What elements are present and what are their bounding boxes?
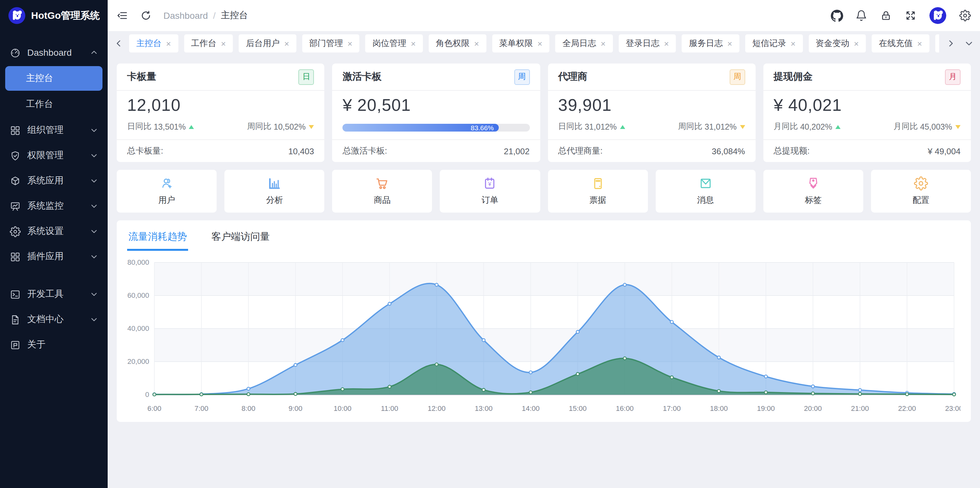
sidebar-item-workbench[interactable]: 工作台: [5, 92, 102, 117]
page-tab[interactable]: 工作台×: [184, 34, 233, 52]
sidebar-item-dev-tools[interactable]: 开发工具: [5, 282, 102, 307]
bell-icon[interactable]: [856, 10, 867, 21]
period-badge-day: 日: [299, 69, 314, 85]
page-tabs: 主控台× 工作台× 后台用户× 部门管理× 岗位管理× 角色权限× 菜单权限× …: [129, 34, 939, 52]
tag-icon: [806, 176, 821, 190]
svg-text:80,000: 80,000: [127, 258, 149, 266]
sidebar-item-about[interactable]: 关于: [5, 333, 102, 357]
page-tab[interactable]: 服务日志×: [682, 34, 740, 52]
sidebar-item-console[interactable]: 主控台: [5, 66, 102, 91]
shield-check-icon: [10, 150, 21, 161]
shortcut-label: 配置: [913, 195, 929, 206]
close-icon[interactable]: ×: [854, 39, 859, 48]
gear-icon[interactable]: [959, 10, 971, 21]
sidebar-item-org-mgmt[interactable]: 组织管理: [5, 118, 102, 143]
shortcut-products[interactable]: 商品: [332, 170, 432, 212]
stat-card-title: 卡板量: [127, 71, 156, 83]
metric-month-yoy: 月同比 40,202%: [774, 121, 841, 132]
shortcut-label: 标签: [805, 195, 822, 206]
sidebar-item-permission-mgmt[interactable]: 权限管理: [5, 143, 102, 168]
close-icon[interactable]: ×: [601, 39, 605, 48]
close-icon[interactable]: ×: [664, 39, 669, 48]
sidebar-item-dashboard[interactable]: Dashboard: [5, 40, 102, 65]
sidebar-item-label: 系统监控: [27, 200, 64, 212]
menu-fold-icon[interactable]: [117, 10, 129, 21]
chart-tabs: 流量消耗趋势 客户端访问量: [127, 228, 961, 251]
chevron-down-icon: [90, 127, 98, 134]
page-tab[interactable]: 短信记录×: [745, 34, 803, 52]
tab-traffic-trend[interactable]: 流量消耗趋势: [127, 228, 188, 251]
app-logo-row[interactable]: HotGo管理系统: [0, 0, 108, 30]
tabs-scroll-left-icon[interactable]: [114, 39, 123, 48]
sidebar-item-label: 权限管理: [27, 150, 64, 162]
close-icon[interactable]: ×: [474, 39, 479, 48]
close-icon[interactable]: ×: [791, 39, 795, 48]
shortcut-tags[interactable]: 标签: [764, 170, 863, 212]
page-tab[interactable]: 菜单权限×: [492, 34, 549, 52]
fullscreen-icon[interactable]: [905, 10, 916, 21]
close-icon[interactable]: ×: [917, 39, 922, 48]
shortcut-label: 订单: [482, 195, 498, 206]
page-tab[interactable]: 主控台×: [129, 34, 178, 52]
github-icon[interactable]: [831, 10, 843, 21]
sidebar-item-doc-center[interactable]: 文档中心: [5, 307, 102, 332]
gear-icon: [10, 226, 21, 237]
close-icon[interactable]: ×: [537, 39, 542, 48]
stat-footer-value: 36,084%: [712, 146, 745, 156]
stat-card-title: 代理商: [558, 71, 587, 83]
page-tab[interactable]: 在线充值×: [872, 34, 929, 52]
tabs-scroll-right-icon[interactable]: [946, 39, 955, 48]
main-area: Dashboard / 主控台: [108, 0, 980, 488]
shortcut-analysis[interactable]: 分析: [224, 170, 324, 212]
svg-text:9:00: 9:00: [289, 404, 302, 412]
page-tab[interactable]: 岗位管理×: [366, 34, 423, 52]
metric-week-yoy: 周同比 31,012%: [678, 121, 745, 132]
close-icon[interactable]: ×: [166, 39, 171, 48]
chevron-down-icon: [90, 152, 98, 159]
grid-icon: [10, 251, 21, 262]
page-tab[interactable]: 角色权限×: [429, 34, 486, 52]
shortcut-messages[interactable]: 消息: [655, 170, 755, 212]
sidebar-item-system-settings[interactable]: 系统设置: [5, 219, 102, 244]
close-icon[interactable]: ×: [727, 39, 732, 48]
stat-footer-label: 总激活卡板:: [343, 145, 387, 157]
app-window: HotGo管理系统 Dashboard 主控台 工作台 组织管理: [0, 0, 980, 488]
period-badge-month: 月: [945, 69, 961, 85]
refresh-icon[interactable]: [140, 10, 152, 21]
shortcut-users[interactable]: 用户: [117, 170, 216, 212]
page-tab[interactable]: 登录日志×: [619, 34, 676, 52]
user-avatar[interactable]: [929, 7, 946, 24]
close-icon[interactable]: ×: [348, 39, 353, 48]
close-icon[interactable]: ×: [284, 39, 289, 48]
stat-footer-value: ¥ 49,004: [928, 146, 961, 156]
lock-icon[interactable]: [880, 10, 892, 21]
traffic-chart-card: 流量消耗趋势 客户端访问量 020,00040,00060,00080,0006…: [117, 220, 971, 422]
sidebar-item-system-apps[interactable]: 系统应用: [5, 168, 102, 193]
shortcut-orders[interactable]: ¥ 订单: [440, 170, 540, 212]
gear-icon: [914, 176, 928, 190]
tabs-menu-chevron-down-icon[interactable]: [964, 39, 974, 48]
page-tab[interactable]: 全局日志×: [555, 34, 612, 52]
bar-chart-icon: [267, 176, 282, 190]
close-icon[interactable]: ×: [221, 39, 226, 48]
shortcut-config[interactable]: 配置: [871, 170, 971, 212]
sidebar-item-label: 系统设置: [27, 225, 64, 237]
breadcrumb-parent[interactable]: Dashboard: [164, 10, 208, 21]
sidebar-item-label: 系统应用: [27, 175, 64, 187]
breadcrumb-separator: /: [213, 10, 216, 21]
sidebar-item-label: 主控台: [26, 73, 53, 84]
svg-text:14:00: 14:00: [522, 404, 539, 412]
page-tab[interactable]: 后台用户×: [239, 34, 296, 52]
tab-client-visits[interactable]: 客户端访问量: [210, 228, 271, 251]
page-tab[interactable]: 部门管理×: [302, 34, 360, 52]
sidebar-item-plugin-apps[interactable]: 插件应用: [5, 244, 102, 269]
stat-footer-label: 总提现额:: [774, 145, 810, 157]
sidebar-item-system-monitor[interactable]: 系统监控: [5, 194, 102, 219]
page-tab[interactable]: 资金变动×: [808, 34, 866, 52]
page-tab[interactable]: 提现管理×: [935, 34, 939, 52]
stat-card-agents: 代理商 周 39,901 日同比 31,012% 周同比 31,012% 总代理…: [548, 63, 756, 162]
shortcut-invoices[interactable]: 票据: [548, 170, 648, 212]
close-icon[interactable]: ×: [411, 39, 416, 48]
metric-month-yoy: 月同比 45,003%: [893, 121, 961, 132]
sidebar-item-label: 工作台: [26, 98, 53, 110]
